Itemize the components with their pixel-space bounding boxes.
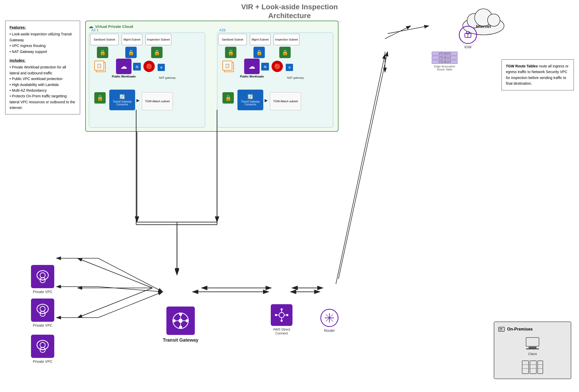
inspection-subnet-az2: Inspection Subnet (274, 34, 299, 45)
svg-point-41 (37, 340, 48, 350)
edge-assoc-label: Edge Assocation Route Table (432, 65, 458, 71)
igw-label: IGW (464, 45, 472, 49)
lock-icon-blue-az1-1: 🔒 (125, 47, 137, 58)
edge-assoc-ips: 172.16.0.0 172.16.1.0 172.16.2.0 (432, 52, 458, 64)
tgw-connector-az1: 🔄 Transit Gateway Connector (109, 90, 135, 110)
svg-point-26 (179, 319, 183, 323)
ip-2: 172.16.1.0 (432, 56, 458, 60)
router: Router (320, 309, 338, 333)
svg-line-89 (388, 26, 429, 34)
client-section: Client (498, 336, 567, 356)
svg-line-88 (336, 54, 385, 284)
lock-icon-green-az1-1: 🔒 (97, 47, 108, 58)
eni-icon-az2-2: ⊞ (286, 64, 293, 71)
title-main: VIR + Look-aside Inspection (238, 3, 341, 11)
private-vpc-1: Private VPC (31, 265, 54, 294)
private-vpc-icon-2 (31, 299, 54, 322)
svg-line-15 (385, 26, 411, 39)
tgw-attach-az1: TGW Attach subnet (142, 92, 173, 110)
features-list: Look-aside inspection utilizing Transit … (10, 31, 76, 54)
feature-item-3: NAT Gateway support (10, 49, 76, 54)
svg-rect-65 (522, 361, 529, 374)
lock-icon-green-az1-2: 🔒 (151, 47, 163, 58)
svg-line-11 (78, 288, 152, 318)
include-item-5: Protects On-Prem traffic targetting late… (10, 93, 76, 111)
include-item-1: Private Workload protection for all late… (10, 64, 76, 76)
client-label: Client (528, 352, 537, 356)
sanitized-subnet-az2: Sanitized Subnet (218, 34, 247, 45)
private-vpc-2: Private VPC (31, 299, 54, 327)
svg-point-28 (179, 326, 182, 329)
svg-rect-60 (500, 330, 501, 330)
lock-icon-green-az2-1: 🔒 (225, 47, 236, 58)
svg-line-14 (338, 52, 388, 279)
svg-point-49 (281, 308, 283, 310)
trend-icon-az1: 🔴 (143, 61, 155, 72)
svg-line-9 (78, 258, 152, 288)
az1-label: AZ 1 (91, 28, 98, 32)
tgw-attach-az2: TGW Attach subnet (270, 92, 301, 110)
features-heading: Features: (10, 25, 76, 30)
connector-arrow-az1: ▶ (136, 98, 140, 103)
svg-rect-64 (526, 348, 539, 349)
private-vpc-3: Private VPC (31, 335, 54, 364)
public-workloads-az1: ☁ Public Workloads (112, 59, 136, 78)
direct-connect: AWS Direct Connect (269, 304, 295, 335)
lock-icon-green-az2-2: 🔒 (279, 47, 291, 58)
vpc-label: Virtual Private Cloud (95, 24, 133, 29)
on-premises-box: On-Premises Client (494, 322, 571, 379)
mgmt-subnet-az2: Mgmt Subnet (250, 34, 271, 45)
private-vpc-icon-1 (31, 265, 54, 288)
title-sub: Architecture (238, 11, 341, 20)
stacked-workload-az2: 📋 (222, 61, 235, 74)
stacked-workload-az1: 📋 (94, 61, 107, 74)
include-item-3: High Availability with Lambda (10, 82, 76, 88)
svg-point-30 (186, 319, 189, 322)
public-workloads-az2: ☁ Public Workloads (240, 59, 264, 78)
lock-icon-blue-az2-1: 🔒 (253, 47, 265, 58)
igw-icon: IGW (459, 26, 477, 49)
ip-1: 172.16.0.0 (432, 52, 458, 56)
on-premises-label: On-Premises (507, 327, 533, 332)
svg-point-36 (40, 273, 45, 278)
tgw-route-bold: TGW Route Tables (506, 64, 538, 68)
svg-point-42 (40, 342, 45, 348)
connector-arrow-az2: ▶ (265, 98, 268, 103)
svg-line-6 (78, 258, 152, 288)
eni-icon-az1-1: ⊞ (133, 63, 141, 70)
eni-icon-az1-2: ⊞ (158, 64, 165, 71)
svg-line-8 (78, 288, 152, 318)
include-item-2: Public VPC workload protection (10, 76, 76, 82)
direct-connect-label: AWS Direct Connect (269, 327, 295, 335)
svg-rect-58 (500, 328, 501, 329)
svg-point-52 (286, 314, 288, 316)
transit-gateway-icon (166, 307, 195, 335)
svg-rect-63 (529, 347, 536, 348)
router-label: Router (324, 328, 335, 333)
svg-text:Internet: Internet (476, 24, 491, 29)
svg-rect-66 (530, 361, 536, 374)
svg-rect-62 (526, 338, 539, 346)
sanitized-subnet-az1: Sanitized Subnet (90, 34, 119, 45)
svg-line-84 (98, 292, 163, 318)
private-vpc-icon-3 (31, 335, 54, 358)
svg-line-80 (98, 258, 163, 292)
svg-point-35 (37, 271, 48, 280)
svg-point-29 (173, 319, 176, 322)
svg-point-44 (279, 312, 284, 318)
server-section (498, 359, 567, 375)
private-vpc-label-3: Private VPC (33, 359, 52, 364)
edge-assoc-box: 172.16.0.0 172.16.1.0 172.16.2.0 Edge As… (432, 52, 458, 71)
nat-label-az1: NAT gateway (159, 76, 176, 79)
svg-point-39 (40, 306, 45, 311)
tgw-route-box: TGW Route Tables route all ingress or eg… (501, 59, 574, 90)
svg-point-51 (275, 314, 277, 316)
svg-rect-67 (538, 361, 543, 374)
includes-list: Private Workload protection for all late… (10, 64, 76, 111)
lock-icon-bottom-az2: 🔒 (222, 92, 234, 104)
svg-rect-59 (501, 328, 502, 329)
az1-box: AZ 1 Sanitized Subnet Mgmt Subnet Inspec… (89, 33, 205, 128)
az2-box: AZ2 Sanitized Subnet Mgmt Subnet Inspect… (217, 33, 333, 128)
trend-icon-az2: 🔴 (272, 61, 283, 72)
az2-label: AZ2 (219, 28, 226, 32)
